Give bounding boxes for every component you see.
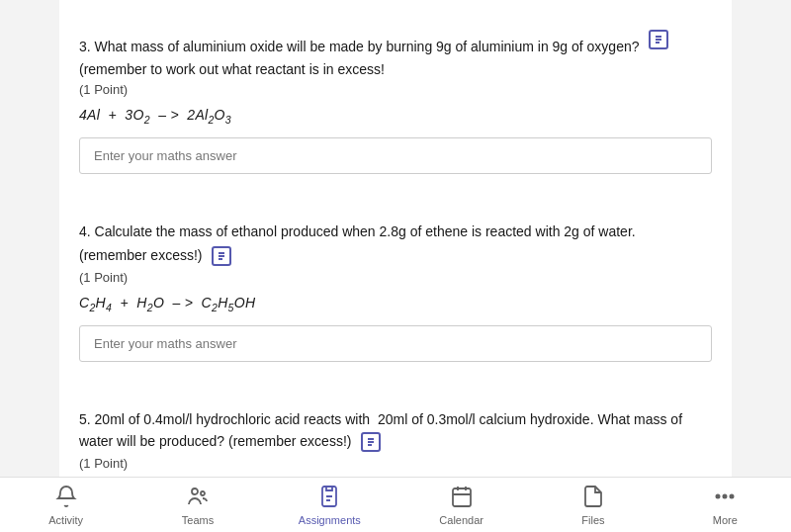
question-3-title: 3. What mass of aluminium oxide will be …	[79, 28, 712, 57]
nav-teams[interactable]: Teams	[132, 478, 263, 532]
assignments-label: Assignments	[299, 514, 361, 526]
more-icon	[713, 485, 737, 511]
question-3-input[interactable]	[79, 137, 712, 174]
bottom-nav: Activity Teams Assignments	[0, 477, 791, 532]
svg-point-8	[717, 494, 720, 497]
question-4: 4. Calculate the mass of ethanol produce…	[79, 204, 712, 362]
question-5-title: 5. 20ml of 0.4mol/l hydrochloric acid re…	[79, 409, 712, 454]
question-4-equation: C2H4 + H2O – > C2H5OH	[79, 295, 712, 313]
files-icon	[581, 485, 605, 511]
svg-point-9	[724, 494, 727, 497]
svg-rect-7	[453, 488, 471, 506]
question-3-points: (1 Point)	[79, 82, 712, 97]
nav-more[interactable]: More	[659, 478, 791, 532]
files-label: Files	[581, 514, 604, 526]
svg-point-3	[192, 488, 198, 494]
teams-label: Teams	[182, 514, 214, 526]
svg-point-10	[731, 494, 734, 497]
hint-icon-3[interactable]	[647, 39, 670, 54]
main-content: 3. What mass of aluminium oxide will be …	[0, 0, 791, 477]
content-area: 3. What mass of aluminium oxide will be …	[59, 0, 732, 477]
hint-icon-4[interactable]	[210, 244, 233, 268]
svg-point-4	[201, 491, 205, 495]
question-3-subtext: (remember to work out what reactant is i…	[79, 59, 712, 80]
question-3-equation: 4Al + 3O2 – > 2Al2O3	[79, 107, 712, 126]
more-label: More	[713, 514, 738, 526]
calendar-icon	[450, 485, 474, 511]
activity-icon	[54, 485, 78, 511]
nav-activity[interactable]: Activity	[0, 478, 132, 532]
hint-icon-5[interactable]	[359, 430, 383, 454]
activity-label: Activity	[48, 514, 83, 526]
nav-files[interactable]: Files	[527, 478, 659, 532]
assignments-icon	[317, 485, 341, 511]
question-4-points: (1 Point)	[79, 270, 712, 285]
nav-calendar[interactable]: Calendar	[396, 478, 527, 532]
question-5-points: (1 Point)	[79, 456, 712, 471]
calendar-label: Calendar	[439, 514, 483, 526]
question-4-title: 4. Calculate the mass of ethanol produce…	[79, 222, 712, 242]
teams-icon	[186, 485, 210, 511]
question-4-input[interactable]	[79, 325, 712, 362]
question-4-subtext: (remember excess!)	[79, 244, 712, 268]
nav-assignments[interactable]: Assignments	[264, 478, 396, 532]
question-5: 5. 20ml of 0.4mol/l hydrochloric acid re…	[79, 392, 712, 477]
question-3: 3. What mass of aluminium oxide will be …	[79, 10, 712, 174]
